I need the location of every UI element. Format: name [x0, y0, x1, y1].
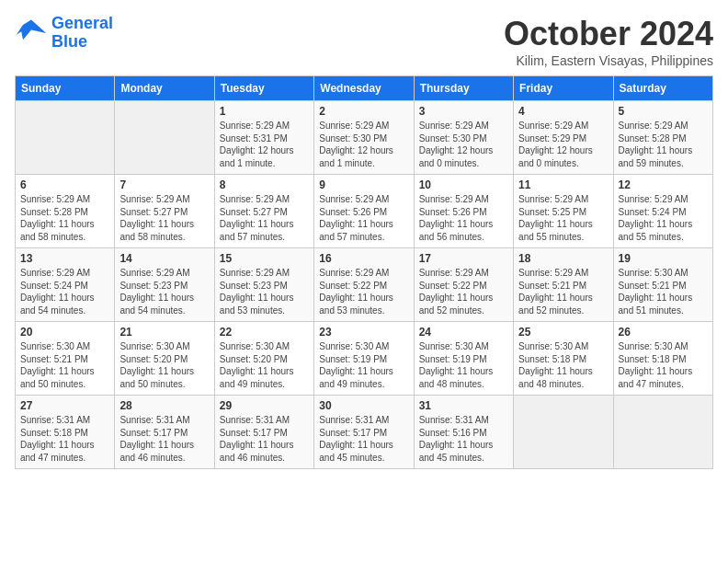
day-content: Sunrise: 5:29 AM Sunset: 5:30 PM Dayligh… [319, 120, 408, 169]
calendar-cell: 22Sunrise: 5:30 AM Sunset: 5:20 PM Dayli… [214, 322, 313, 396]
column-header-monday: Monday [115, 76, 214, 101]
calendar-cell: 25Sunrise: 5:30 AM Sunset: 5:18 PM Dayli… [514, 322, 613, 396]
day-number: 24 [419, 326, 508, 339]
day-content: Sunrise: 5:29 AM Sunset: 5:28 PM Dayligh… [20, 193, 109, 243]
calendar-cell: 27Sunrise: 5:31 AM Sunset: 5:18 PM Dayli… [16, 396, 115, 469]
calendar-cell: 28Sunrise: 5:31 AM Sunset: 5:17 PM Dayli… [115, 396, 214, 469]
day-content: Sunrise: 5:29 AM Sunset: 5:23 PM Dayligh… [119, 267, 209, 316]
calendar-cell: 1Sunrise: 5:29 AM Sunset: 5:31 PM Daylig… [214, 101, 313, 175]
calendar-cell [514, 396, 613, 469]
day-content: Sunrise: 5:30 AM Sunset: 5:20 PM Dayligh… [220, 340, 309, 390]
calendar-cell: 30Sunrise: 5:31 AM Sunset: 5:17 PM Dayli… [314, 396, 414, 469]
day-content: Sunrise: 5:29 AM Sunset: 5:31 PM Dayligh… [220, 120, 309, 169]
day-content: Sunrise: 5:29 AM Sunset: 5:24 PM Dayligh… [20, 267, 109, 316]
day-content: Sunrise: 5:29 AM Sunset: 5:27 PM Dayligh… [220, 193, 309, 243]
calendar-cell: 16Sunrise: 5:29 AM Sunset: 5:22 PM Dayli… [314, 248, 414, 322]
day-content: Sunrise: 5:30 AM Sunset: 5:20 PM Dayligh… [119, 340, 209, 390]
month-title: October 2024 [504, 15, 713, 53]
logo: General Blue [15, 15, 113, 52]
calendar-cell: 5Sunrise: 5:29 AM Sunset: 5:28 PM Daylig… [613, 101, 712, 175]
day-number: 3 [419, 105, 508, 118]
calendar-cell: 7Sunrise: 5:29 AM Sunset: 5:27 PM Daylig… [115, 175, 214, 248]
header-row: SundayMondayTuesdayWednesdayThursdayFrid… [16, 76, 713, 101]
day-content: Sunrise: 5:31 AM Sunset: 5:17 PM Dayligh… [319, 414, 408, 464]
calendar-cell: 12Sunrise: 5:29 AM Sunset: 5:24 PM Dayli… [613, 175, 712, 248]
calendar-cell: 14Sunrise: 5:29 AM Sunset: 5:23 PM Dayli… [115, 248, 214, 322]
day-number: 25 [518, 326, 608, 339]
day-number: 23 [319, 326, 408, 339]
calendar-cell [115, 101, 214, 175]
calendar-table: SundayMondayTuesdayWednesdayThursdayFrid… [15, 75, 713, 469]
day-number: 17 [419, 252, 508, 265]
day-number: 27 [20, 399, 109, 412]
page-header: General Blue October 2024 Kilim, Eastern… [15, 15, 713, 68]
calendar-cell: 13Sunrise: 5:29 AM Sunset: 5:24 PM Dayli… [16, 248, 115, 322]
day-number: 11 [518, 178, 608, 191]
column-header-saturday: Saturday [613, 76, 712, 101]
day-content: Sunrise: 5:29 AM Sunset: 5:22 PM Dayligh… [419, 267, 508, 316]
column-header-sunday: Sunday [16, 76, 115, 101]
week-row: 20Sunrise: 5:30 AM Sunset: 5:21 PM Dayli… [16, 322, 713, 396]
day-content: Sunrise: 5:29 AM Sunset: 5:26 PM Dayligh… [319, 193, 408, 243]
day-number: 7 [119, 178, 209, 191]
day-number: 29 [220, 399, 309, 412]
calendar-cell: 4Sunrise: 5:29 AM Sunset: 5:29 PM Daylig… [514, 101, 613, 175]
day-content: Sunrise: 5:31 AM Sunset: 5:18 PM Dayligh… [20, 414, 109, 464]
location-subtitle: Kilim, Eastern Visayas, Philippines [504, 53, 713, 68]
week-row: 1Sunrise: 5:29 AM Sunset: 5:31 PM Daylig… [16, 101, 713, 175]
day-number: 2 [319, 105, 408, 118]
day-number: 14 [119, 252, 209, 265]
day-content: Sunrise: 5:30 AM Sunset: 5:21 PM Dayligh… [619, 267, 708, 316]
calendar-cell: 21Sunrise: 5:30 AM Sunset: 5:20 PM Dayli… [115, 322, 214, 396]
calendar-cell: 15Sunrise: 5:29 AM Sunset: 5:23 PM Dayli… [214, 248, 313, 322]
day-number: 31 [419, 399, 508, 412]
day-number: 15 [220, 252, 309, 265]
day-number: 1 [220, 105, 309, 118]
logo-text: General Blue [51, 15, 113, 52]
day-content: Sunrise: 5:29 AM Sunset: 5:21 PM Dayligh… [518, 267, 608, 316]
calendar-cell: 17Sunrise: 5:29 AM Sunset: 5:22 PM Dayli… [414, 248, 513, 322]
day-number: 22 [220, 326, 309, 339]
day-content: Sunrise: 5:29 AM Sunset: 5:29 PM Dayligh… [518, 120, 608, 169]
calendar-cell: 2Sunrise: 5:29 AM Sunset: 5:30 PM Daylig… [314, 101, 414, 175]
day-content: Sunrise: 5:29 AM Sunset: 5:23 PM Dayligh… [220, 267, 309, 316]
day-content: Sunrise: 5:30 AM Sunset: 5:19 PM Dayligh… [419, 340, 508, 390]
day-content: Sunrise: 5:29 AM Sunset: 5:27 PM Dayligh… [119, 193, 209, 243]
calendar-header: SundayMondayTuesdayWednesdayThursdayFrid… [16, 76, 713, 101]
day-content: Sunrise: 5:30 AM Sunset: 5:19 PM Dayligh… [319, 340, 408, 390]
calendar-cell: 19Sunrise: 5:30 AM Sunset: 5:21 PM Dayli… [613, 248, 712, 322]
day-content: Sunrise: 5:31 AM Sunset: 5:17 PM Dayligh… [220, 414, 309, 464]
day-number: 8 [220, 178, 309, 191]
day-number: 19 [619, 252, 708, 265]
calendar-body: 1Sunrise: 5:29 AM Sunset: 5:31 PM Daylig… [16, 101, 713, 469]
day-number: 28 [119, 399, 209, 412]
column-header-wednesday: Wednesday [314, 76, 414, 101]
day-content: Sunrise: 5:30 AM Sunset: 5:18 PM Dayligh… [518, 340, 608, 390]
day-number: 20 [20, 326, 109, 339]
calendar-cell: 29Sunrise: 5:31 AM Sunset: 5:17 PM Dayli… [214, 396, 313, 469]
calendar-cell: 11Sunrise: 5:29 AM Sunset: 5:25 PM Dayli… [514, 175, 613, 248]
calendar-cell: 3Sunrise: 5:29 AM Sunset: 5:30 PM Daylig… [414, 101, 513, 175]
calendar-cell: 26Sunrise: 5:30 AM Sunset: 5:18 PM Dayli… [613, 322, 712, 396]
day-number: 12 [619, 178, 708, 191]
week-row: 13Sunrise: 5:29 AM Sunset: 5:24 PM Dayli… [16, 248, 713, 322]
calendar-cell: 10Sunrise: 5:29 AM Sunset: 5:26 PM Dayli… [414, 175, 513, 248]
day-content: Sunrise: 5:29 AM Sunset: 5:30 PM Dayligh… [419, 120, 508, 169]
week-row: 27Sunrise: 5:31 AM Sunset: 5:18 PM Dayli… [16, 396, 713, 469]
logo-icon [15, 17, 48, 50]
day-content: Sunrise: 5:29 AM Sunset: 5:25 PM Dayligh… [518, 193, 608, 243]
day-number: 13 [20, 252, 109, 265]
calendar-cell: 9Sunrise: 5:29 AM Sunset: 5:26 PM Daylig… [314, 175, 414, 248]
day-content: Sunrise: 5:30 AM Sunset: 5:18 PM Dayligh… [619, 340, 708, 390]
day-content: Sunrise: 5:29 AM Sunset: 5:24 PM Dayligh… [619, 193, 708, 243]
day-content: Sunrise: 5:31 AM Sunset: 5:16 PM Dayligh… [419, 414, 508, 464]
day-content: Sunrise: 5:31 AM Sunset: 5:17 PM Dayligh… [119, 414, 209, 464]
day-number: 21 [119, 326, 209, 339]
column-header-thursday: Thursday [414, 76, 513, 101]
svg-marker-0 [17, 19, 46, 40]
day-number: 6 [20, 178, 109, 191]
calendar-cell: 8Sunrise: 5:29 AM Sunset: 5:27 PM Daylig… [214, 175, 313, 248]
calendar-cell: 24Sunrise: 5:30 AM Sunset: 5:19 PM Dayli… [414, 322, 513, 396]
column-header-tuesday: Tuesday [214, 76, 313, 101]
day-number: 26 [619, 326, 708, 339]
